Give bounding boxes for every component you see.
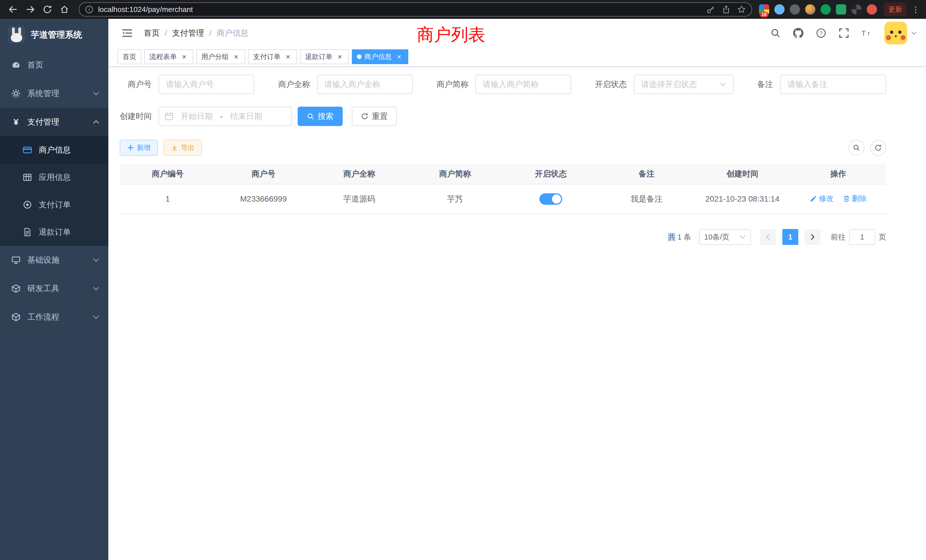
close-icon[interactable] (284, 53, 292, 61)
active-dot (357, 54, 362, 59)
tab-label: 退款订单 (305, 52, 333, 61)
refresh-button[interactable] (870, 140, 886, 156)
merchant-name-input[interactable] (317, 75, 413, 94)
close-icon[interactable] (395, 53, 403, 61)
avatar[interactable] (884, 22, 907, 44)
sidebar-item-label: 应用信息 (39, 172, 71, 183)
remark-input[interactable] (780, 75, 886, 94)
tab-process-form[interactable]: 流程表单 (144, 49, 193, 64)
tab-label: 商户信息 (365, 52, 392, 61)
extension-icon-6[interactable] (836, 4, 846, 15)
close-icon[interactable] (232, 53, 240, 61)
extensions-bar: 10 (759, 4, 877, 15)
export-button[interactable]: 导出 (163, 140, 202, 156)
fullscreen-icon[interactable] (834, 23, 853, 43)
merchant-no-label: 商户号 (120, 79, 152, 90)
goto-page: 前往 页 (831, 229, 886, 245)
extension-icon-5[interactable] (820, 4, 831, 15)
add-button[interactable]: 新增 (120, 140, 158, 156)
cell-merchant-no: M233666999 (216, 184, 311, 214)
help-icon[interactable]: ? (811, 23, 831, 43)
sidebar-item-workflow[interactable]: 工作流程 (0, 303, 108, 331)
merchant-name-label: 商户全称 (278, 79, 310, 90)
chevron-down-icon (93, 92, 99, 95)
sidebar-item-label: 系统管理 (27, 88, 59, 99)
extension-icon-7[interactable] (851, 4, 862, 15)
breadcrumb-separator: / (209, 29, 212, 38)
tab-home[interactable]: 首页 (118, 49, 141, 64)
sidebar-item-label: 支付管理 (27, 117, 59, 127)
svg-text:?: ? (820, 30, 823, 36)
target-icon (23, 200, 32, 209)
sidebar-item-label: 工作流程 (27, 312, 59, 322)
browser-toolbar: localhost:1024/pay/merchant 10 (0, 0, 926, 19)
goto-page-input[interactable] (849, 229, 875, 245)
key-icon[interactable] (707, 5, 715, 14)
date-start-input[interactable] (177, 112, 217, 121)
merchants-table: 商户编号 商户号 商户全称 商户简称 开启状态 备注 创建时间 操作 (120, 163, 886, 214)
close-icon[interactable] (180, 53, 188, 61)
extension-icon-8[interactable] (867, 4, 877, 15)
page-size-select[interactable]: 10条/页 (699, 229, 751, 245)
search-icon[interactable] (766, 23, 785, 43)
sidebar-item-system[interactable]: 系统管理 (0, 79, 108, 108)
sidebar-item-app-info[interactable]: 应用信息 (0, 163, 108, 191)
sidebar-item-payment[interactable]: 支付管理 (0, 108, 108, 136)
hide-search-button[interactable] (849, 140, 864, 156)
extension-icon-3[interactable] (790, 4, 800, 15)
bookmark-star-icon[interactable] (737, 5, 746, 14)
tab-merchant-info[interactable]: 商户信息 (352, 49, 408, 64)
page-number-1[interactable]: 1 (782, 229, 798, 245)
sidebar-item-payment-order[interactable]: 支付订单 (0, 191, 108, 218)
back-button[interactable] (6, 2, 21, 17)
sidebar-item-home[interactable]: 首页 (0, 51, 108, 79)
delete-button[interactable]: 删除 (843, 194, 867, 204)
address-bar[interactable]: localhost:1024/pay/merchant (79, 2, 752, 17)
table-header-merchant-no: 商户号 (216, 163, 311, 184)
monitor-icon (11, 256, 21, 265)
reset-button[interactable]: 重置 (352, 107, 397, 126)
sidebar-item-refund-order[interactable]: 退款订单 (0, 218, 108, 246)
reset-button-label: 重置 (372, 111, 388, 122)
close-icon[interactable] (336, 53, 344, 61)
tab-user-group[interactable]: 用户分组 (196, 49, 245, 64)
status-toggle[interactable] (539, 193, 562, 205)
date-end-input[interactable] (226, 112, 266, 121)
share-icon[interactable] (722, 5, 731, 14)
user-menu[interactable] (884, 22, 917, 44)
breadcrumb-item-home[interactable]: 首页 (144, 28, 160, 38)
github-icon[interactable] (788, 23, 808, 43)
status-select-placeholder: 请选择开启状态 (641, 79, 697, 90)
browser-menu-icon[interactable] (911, 5, 920, 14)
forward-button[interactable] (23, 2, 38, 17)
status-select[interactable]: 请选择开启状态 (634, 75, 734, 94)
sidebar-item-merchant-info[interactable]: 商户信息 (0, 136, 108, 163)
reload-button[interactable] (40, 2, 55, 17)
tags-view-bar: 首页 流程表单 用户分组 支付订单 退款订单 商户信息 (108, 47, 926, 67)
merchant-no-input[interactable] (159, 75, 254, 94)
extension-icon-2[interactable] (774, 4, 785, 15)
merchant-short-input[interactable] (475, 75, 571, 94)
hamburger-icon[interactable] (118, 23, 137, 43)
delete-button-label: 删除 (852, 194, 867, 204)
search-button[interactable]: 搜索 (298, 107, 343, 126)
prev-page-button[interactable] (760, 229, 776, 245)
next-page-button[interactable] (805, 229, 820, 245)
edit-button[interactable]: 修改 (809, 194, 834, 204)
credit-card-icon (23, 145, 32, 154)
chevron-down-icon (720, 82, 726, 86)
extension-icon-1[interactable]: 10 (759, 4, 769, 15)
breadcrumb-item-payment[interactable]: 支付管理 (172, 28, 204, 38)
info-icon[interactable] (85, 5, 94, 14)
browser-update-button[interactable]: 更新 (884, 3, 906, 16)
date-range-picker[interactable]: - (159, 107, 292, 126)
tab-payment-order[interactable]: 支付订单 (248, 49, 297, 64)
sidebar-item-infrastructure[interactable]: 基础设施 (0, 246, 108, 274)
home-button[interactable] (57, 2, 72, 17)
page-size-value: 10条/页 (704, 232, 729, 242)
sidebar-item-label: 研发工具 (27, 283, 59, 294)
tab-refund-order[interactable]: 退款订单 (300, 49, 349, 64)
sidebar-item-dev-tools[interactable]: 研发工具 (0, 274, 108, 303)
font-size-icon[interactable]: TT (857, 23, 876, 43)
extension-icon-4[interactable] (805, 4, 816, 15)
